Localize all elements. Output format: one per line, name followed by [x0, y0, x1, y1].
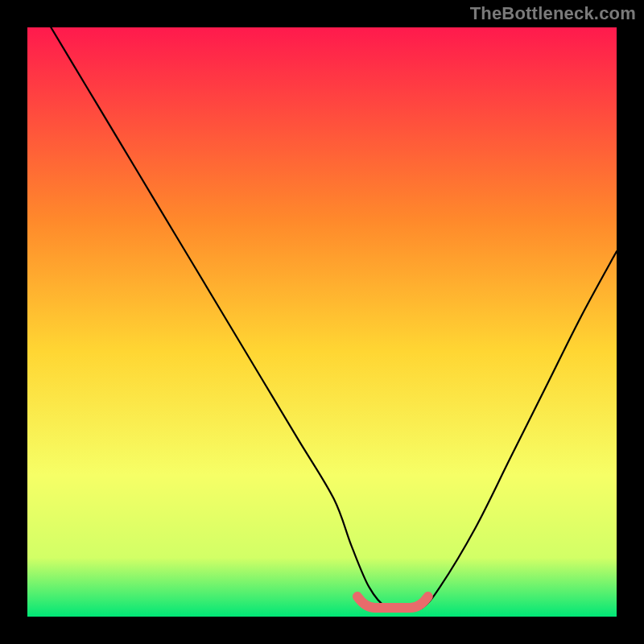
- watermark-text: TheBottleneck.com: [470, 3, 636, 24]
- bottleneck-plot: [27, 27, 617, 617]
- chart-frame: TheBottleneck.com: [0, 0, 644, 644]
- plot-area: [27, 27, 617, 617]
- gradient-background: [27, 27, 617, 617]
